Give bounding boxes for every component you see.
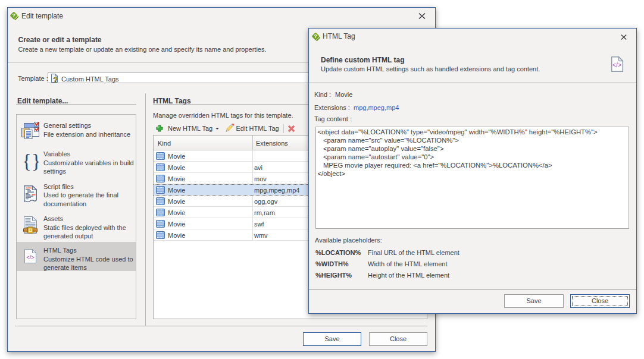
svg-text:?: ? [53,75,58,84]
svg-text:</>: </> [26,254,35,260]
svg-text:}: } [32,152,39,172]
svg-text:</>: </> [612,61,621,68]
svg-text:?: ? [12,12,15,18]
svg-text:{: { [22,152,32,172]
svg-text:?: ? [314,33,317,39]
